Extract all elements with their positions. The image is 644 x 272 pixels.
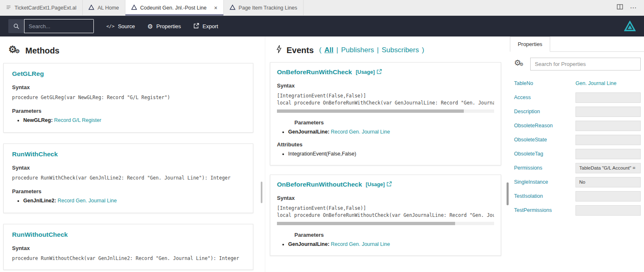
events-column: Events ( All | Publishers | Subscribers … <box>268 36 504 272</box>
parameter-item: GenJournalLine: Record Gen. Journal Line <box>288 129 494 135</box>
event-card-onbeforerunwithcheck: OnBeforeRunWithCheck [Usage] Syntax [Int… <box>270 62 501 165</box>
parameter-type-link[interactable]: Record Gen. Journal Line <box>58 198 117 204</box>
method-name[interactable]: RunWithCheck <box>12 151 245 158</box>
export-icon <box>193 23 199 30</box>
horizontal-scrollbar-thumb[interactable] <box>277 109 464 113</box>
property-value-field[interactable] <box>575 135 641 145</box>
property-row-testisolation: TestIsolation <box>510 189 644 203</box>
property-label: Permissions <box>514 165 575 171</box>
syntax-label: Syntax <box>277 83 494 89</box>
methods-column: ⚙⚙ Methods GetGLReg Syntax procedure Get… <box>0 36 258 272</box>
property-value-field[interactable]: TableData "G/L Account" = <box>575 163 641 173</box>
property-row-singleinstance: SingleInstance No <box>510 175 644 189</box>
close-icon[interactable]: × <box>214 5 217 11</box>
file-lines-icon <box>6 5 11 11</box>
tab-al-home[interactable]: AL Home <box>83 0 125 15</box>
event-name[interactable]: OnBeforeRunWithoutCheck <box>277 181 362 188</box>
property-value-field[interactable] <box>575 121 641 131</box>
property-row-description: Description <box>510 104 644 119</box>
tab-ticketcardext[interactable]: TicketCardExt1.PageExt.al <box>0 0 83 15</box>
attribute-item: IntegrationEvent(False,False) <box>288 151 494 157</box>
filter-publishers[interactable]: Publishers <box>341 46 374 54</box>
event-filters: ( All | Publishers | Subscribers ) <box>319 46 424 54</box>
parameter-type-link[interactable]: Record Gen. Journal Line <box>331 241 390 247</box>
event-syntax-line: [IntegrationEvent(False,False)] <box>277 205 494 212</box>
external-link-icon <box>387 181 392 188</box>
properties-tab-row: Properties <box>510 36 644 52</box>
properties-panel: Properties ⚙⚙ TableNo Gen. Journal Line … <box>510 36 644 272</box>
usage-link[interactable]: [Usage] <box>366 181 392 188</box>
property-value-field[interactable] <box>575 92 641 103</box>
property-label: SingleInstance <box>514 179 575 185</box>
al-triangle-icon <box>88 5 94 11</box>
properties-rows: TableNo Gen. Journal Line Access Descrip… <box>510 76 644 217</box>
gear-icon: ⚙⚙ <box>514 59 525 69</box>
methods-scrollbar-thumb[interactable] <box>261 182 262 203</box>
object-toolbar: </> Source ⚙ Properties Export <box>0 16 644 36</box>
syntax-label: Syntax <box>277 195 494 201</box>
property-value-field[interactable]: No <box>575 177 641 187</box>
method-card-runwithoutcheck: RunWithoutCheck Syntax procedure RunWith… <box>3 224 253 270</box>
method-syntax-code: procedure RunWithoutCheck(var GenJnlLine… <box>12 255 245 262</box>
export-button[interactable]: Export <box>193 23 218 30</box>
filter-all[interactable]: All <box>324 46 333 54</box>
events-title: Events <box>286 46 314 55</box>
filter-subscribers[interactable]: Subscribers <box>382 46 419 54</box>
property-value-link[interactable]: Gen. Journal Line <box>575 80 617 86</box>
al-triangle-icon <box>230 5 235 11</box>
tab-properties[interactable]: Properties <box>510 36 550 52</box>
property-label: ObsoleteTag <box>514 151 575 157</box>
property-label: ObsoleteState <box>514 137 575 143</box>
usage-link[interactable]: [Usage] <box>356 69 382 75</box>
parameter-type-link[interactable]: Record Gen. Journal Line <box>331 129 390 135</box>
search-input[interactable] <box>24 19 94 33</box>
syntax-label: Syntax <box>12 165 245 171</box>
al-triangle-icon <box>131 5 137 11</box>
paren-close: ) <box>422 46 424 54</box>
property-row-access: Access <box>510 90 644 104</box>
external-link-icon <box>377 69 382 75</box>
property-value-field[interactable] <box>575 149 641 159</box>
tabbar-actions: ⋯ <box>610 0 644 15</box>
property-value-field[interactable] <box>575 205 641 216</box>
parameters-list: NewGLReg: Record G/L Register <box>23 117 245 123</box>
search-icon[interactable] <box>8 19 24 33</box>
editor-tab-bar: TicketCardExt1.PageExt.al AL Home Codeun… <box>0 0 644 16</box>
parameters-label: Parameters <box>12 108 245 114</box>
source-button[interactable]: </> Source <box>106 23 135 29</box>
tab-codeunit-gen-jnl-post-line[interactable]: Codeunit Gen. Jnl.-Post Line × <box>125 0 224 15</box>
tab-page-item-tracking-lines[interactable]: Page Item Tracking Lines <box>224 0 304 15</box>
tab-label: Codeunit Gen. Jnl.-Post Line <box>140 5 207 11</box>
method-syntax-code: procedure RunWithCheck(var GenJnlLine2: … <box>12 175 245 182</box>
parameters-label: Parameters <box>294 232 494 238</box>
property-row-obsoletereason: ObsoleteReason <box>510 119 644 133</box>
horizontal-scrollbar-thumb[interactable] <box>277 222 455 225</box>
lightning-icon <box>276 45 282 56</box>
horizontal-scrollbar[interactable] <box>277 222 494 225</box>
property-label: Access <box>514 95 575 100</box>
parameter-type-link[interactable]: Record G/L Register <box>54 117 101 123</box>
parameter-item: GenJournalLine: Record Gen. Journal Line <box>288 241 494 247</box>
property-value-field[interactable] <box>575 107 641 117</box>
horizontal-scrollbar[interactable] <box>277 109 494 113</box>
method-name[interactable]: RunWithoutCheck <box>12 231 245 238</box>
property-value-field[interactable] <box>575 191 641 202</box>
parameter-name: NewGLReg: <box>23 117 53 123</box>
filter-separator: | <box>336 46 338 54</box>
more-actions-icon[interactable]: ⋯ <box>630 4 637 12</box>
parameter-name: GenJournalLine: <box>288 241 329 247</box>
parameter-item: NewGLReg: Record G/L Register <box>23 117 245 123</box>
events-scrollbar-thumb[interactable] <box>507 182 509 205</box>
property-label: TableNo <box>514 80 575 86</box>
properties-search-input[interactable] <box>530 58 641 70</box>
parameters-list: GenJournalLine: Record Gen. Journal Line <box>288 129 494 135</box>
code-icon: </> <box>106 24 115 29</box>
methods-title: Methods <box>25 46 59 56</box>
event-name[interactable]: OnBeforeRunWithCheck <box>277 68 352 76</box>
method-name[interactable]: GetGLReg <box>12 70 245 78</box>
property-row-tableno: TableNo Gen. Journal Line <box>510 76 644 90</box>
properties-button[interactable]: ⚙ Properties <box>147 23 181 29</box>
properties-search-row: ⚙⚙ <box>510 52 644 70</box>
property-label: TestIsolation <box>514 193 575 199</box>
split-editor-icon[interactable] <box>617 4 623 12</box>
